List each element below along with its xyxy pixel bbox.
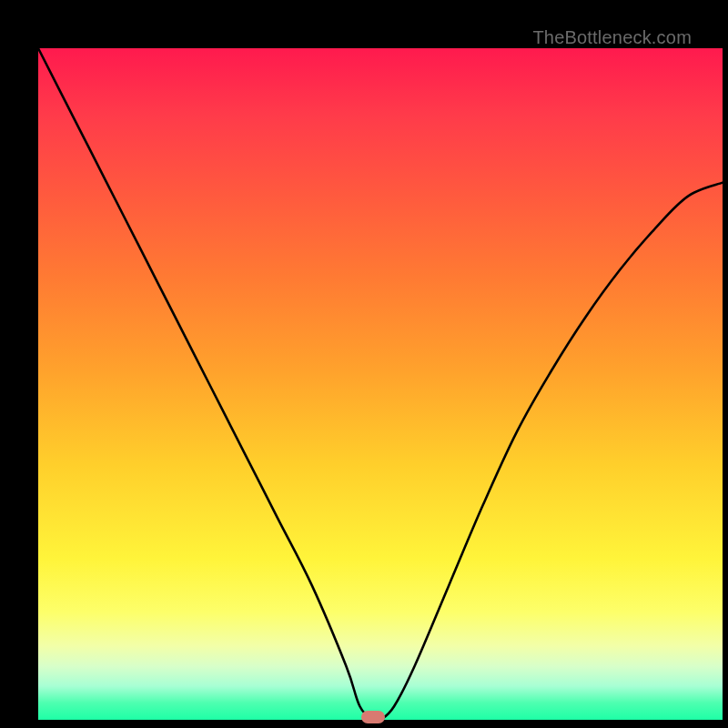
minimum-marker xyxy=(361,711,385,723)
watermark-text: TheBottleneck.com xyxy=(532,27,692,48)
bottleneck-curve xyxy=(38,48,723,720)
plot-area xyxy=(38,48,723,720)
outer-frame: TheBottleneck.com xyxy=(16,16,712,712)
